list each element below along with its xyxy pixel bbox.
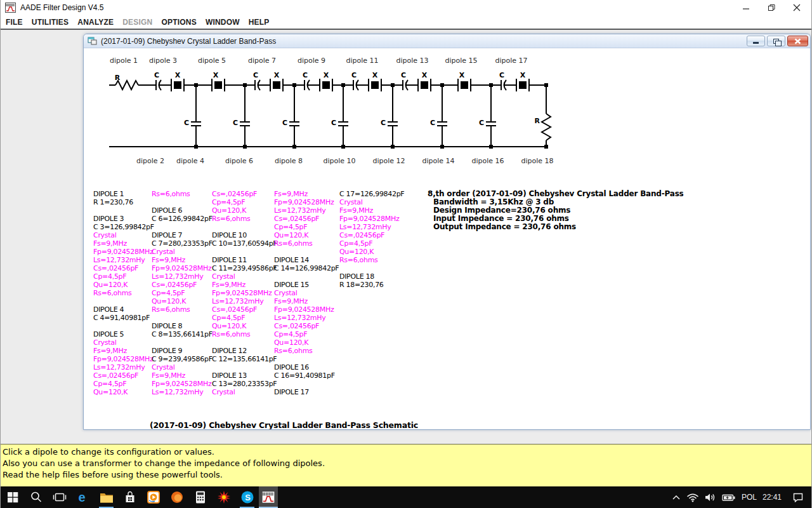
dipole-13-cap-crystal[interactable]: C X xyxy=(401,71,431,91)
document-icon xyxy=(88,37,97,45)
help-line: Read the help files before using these p… xyxy=(3,469,809,481)
taskbar-edge-button[interactable]: e xyxy=(71,486,95,508)
svg-text:X: X xyxy=(175,71,181,79)
dipole-18-resistor[interactable]: R xyxy=(535,87,551,147)
start-button[interactable] xyxy=(1,486,24,508)
taskbar-file-explorer-button[interactable] xyxy=(95,486,118,508)
windows-logo-icon xyxy=(7,491,18,503)
svg-text:C: C xyxy=(499,71,504,79)
sun-icon xyxy=(217,490,231,504)
summary-output-impedance: Output Impedance = 230,76 ohms xyxy=(428,223,684,231)
value-column-5: C 17=126,99842pFCrystalFs=9,MHzFp=9,0245… xyxy=(339,190,404,289)
schematic-wires xyxy=(109,85,546,147)
svg-text:C: C xyxy=(253,71,258,79)
dipole-5-crystal[interactable]: X xyxy=(212,71,225,91)
tray-battery-icon[interactable] xyxy=(722,493,736,502)
dipole-15-crystal[interactable]: X xyxy=(458,71,471,91)
svg-text:C: C xyxy=(430,119,435,127)
svg-text:X: X xyxy=(372,71,378,79)
svg-text:dipole 13: dipole 13 xyxy=(396,57,428,65)
menu-analyze[interactable]: ANALYZE xyxy=(77,18,114,27)
taskbar-search-button[interactable] xyxy=(24,486,48,508)
document-title-bar[interactable]: (2017-01-09) Chebyshev Crystal Ladder Ba… xyxy=(84,34,810,48)
svg-text:X: X xyxy=(274,71,280,79)
svg-text:dipole 12: dipole 12 xyxy=(372,157,405,165)
svg-text:X: X xyxy=(520,71,526,79)
media-player-icon xyxy=(147,490,160,504)
svg-text:dipole 9: dipole 9 xyxy=(298,57,325,65)
menu-help[interactable]: HELP xyxy=(249,18,270,27)
dipole-12-shunt-cap: C xyxy=(381,87,398,147)
dipole-16-shunt-cap: C xyxy=(479,87,496,147)
menu-file[interactable]: FILE xyxy=(6,18,23,27)
dipole-6-shunt-cap: C xyxy=(233,87,250,147)
menu-window[interactable]: WINDOW xyxy=(206,18,240,27)
svg-text:dipole 16: dipole 16 xyxy=(471,157,504,165)
svg-text:R: R xyxy=(535,117,540,125)
tray-wifi-icon[interactable] xyxy=(686,493,699,502)
dipole-9-cap-crystal[interactable]: C X xyxy=(303,71,332,91)
svg-text:dipole 6: dipole 6 xyxy=(225,157,253,165)
svg-text:dipole 7: dipole 7 xyxy=(248,57,276,65)
svg-text:e: e xyxy=(78,490,85,504)
tray-chevron-up-icon[interactable] xyxy=(672,495,681,500)
language-indicator[interactable]: POL xyxy=(742,493,757,502)
restore-button[interactable] xyxy=(767,4,776,11)
clock[interactable]: 22:41 xyxy=(763,493,782,502)
action-center-icon[interactable] xyxy=(792,492,804,502)
taskbar-sun-app-button[interactable] xyxy=(212,486,235,508)
menu-options[interactable]: OPTIONS xyxy=(161,18,196,27)
svg-text:dipole 2: dipole 2 xyxy=(136,157,164,165)
edge-icon: e xyxy=(76,490,90,504)
tray-volume-icon[interactable] xyxy=(705,493,716,502)
filter-schematic[interactable]: dipole 1 dipole 3 dipole 5 dipole 7 dipo… xyxy=(103,53,572,175)
taskbar-firefox-button[interactable] xyxy=(165,486,188,508)
taskbar-skype-button[interactable]: S xyxy=(235,486,259,508)
svg-text:X: X xyxy=(422,71,428,79)
taskbar-store-button[interactable] xyxy=(118,486,141,508)
document-window: (2017-01-09) Chebyshev Crystal Ladder Ba… xyxy=(83,34,811,430)
window-title: AADE Filter Design V4.5 xyxy=(20,3,103,12)
minimize-button[interactable] xyxy=(742,4,750,11)
shunt-capacitors[interactable]: C C C xyxy=(184,87,496,147)
document-content: dipole 1 dipole 3 dipole 5 dipole 7 dipo… xyxy=(84,48,810,429)
svg-text:C: C xyxy=(303,71,308,79)
taskbar-aade-button[interactable] xyxy=(259,486,278,508)
menu-design: DESIGN xyxy=(122,18,152,27)
taskbar-media-player-button[interactable] xyxy=(141,486,165,508)
store-icon xyxy=(123,490,137,504)
dipole-17-cap-crystal[interactable]: C X xyxy=(499,71,529,91)
document-close-button[interactable] xyxy=(787,36,808,46)
firefox-icon xyxy=(170,490,184,504)
svg-text:X: X xyxy=(459,71,465,79)
taskbar-calculator-button[interactable] xyxy=(188,486,212,508)
schematic-top-labels[interactable]: dipole 1 dipole 3 dipole 5 dipole 7 dipo… xyxy=(110,57,528,65)
svg-text:S: S xyxy=(245,493,251,502)
svg-text:dipole 1: dipole 1 xyxy=(110,57,138,65)
close-button[interactable] xyxy=(792,4,801,11)
svg-text:C: C xyxy=(381,119,386,127)
value-column-2: Rs=6,ohms DIPOLE 6C 6=126,99842pF DIPOLE… xyxy=(152,190,213,396)
task-view-icon xyxy=(53,491,67,503)
dipole-11-cap-crystal[interactable]: C X xyxy=(351,71,381,91)
svg-text:dipole 14: dipole 14 xyxy=(422,157,454,165)
dipole-4-shunt-cap: C xyxy=(184,87,201,147)
menu-utilities[interactable]: UTILITIES xyxy=(32,18,69,27)
svg-text:dipole 10: dipole 10 xyxy=(323,157,355,165)
title-bar: AADE Filter Design V4.5 xyxy=(1,0,811,15)
dipole-3-cap-crystal[interactable]: C X xyxy=(154,71,184,91)
svg-text:dipole 5: dipole 5 xyxy=(198,57,226,65)
dipole-7-cap-crystal[interactable]: C X xyxy=(253,71,283,91)
document-minimize-button[interactable] xyxy=(747,36,765,46)
svg-text:C: C xyxy=(154,71,159,79)
svg-text:C: C xyxy=(351,71,357,79)
task-view-button[interactable] xyxy=(48,486,71,508)
search-icon xyxy=(30,491,43,504)
schematic-bottom-labels[interactable]: dipole 2 dipole 4 dipole 6 dipole 8 dipo… xyxy=(136,157,554,165)
svg-text:C: C xyxy=(184,119,189,127)
taskbar: e xyxy=(1,486,811,508)
schematic-nodes xyxy=(194,83,548,149)
dipole-1-resistor[interactable]: R xyxy=(115,74,138,90)
svg-text:dipole 17: dipole 17 xyxy=(495,57,527,65)
document-restore-button[interactable] xyxy=(767,36,785,46)
